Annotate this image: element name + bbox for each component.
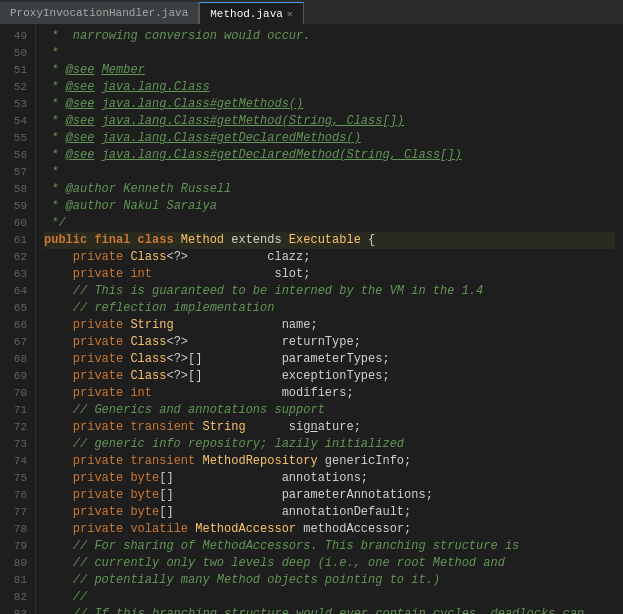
code-line: // This is guaranteed to be interned by … (44, 283, 615, 300)
code-line: */ (44, 215, 615, 232)
code-line: * @see java.lang.Class#getMethods() (44, 96, 615, 113)
code-line: private byte[] annotations; (44, 470, 615, 487)
code-line: // potentially many Method objects point… (44, 572, 615, 589)
code-editor: 49 50 51 52 53 54 55 56 57 58 59 60 61 6… (0, 24, 623, 614)
code-line: // For sharing of MethodAccessors. This … (44, 538, 615, 555)
code-line: * (44, 45, 615, 62)
code-line: private byte[] annotationDefault; (44, 504, 615, 521)
code-line: // reflection implementation (44, 300, 615, 317)
code-line: * (44, 164, 615, 181)
code-line: // generic info repository; lazily initi… (44, 436, 615, 453)
code-line: private Class<?>[] exceptionTypes; (44, 368, 615, 385)
code-line: private Class<?> clazz; (44, 249, 615, 266)
code-line: private int modifiers; (44, 385, 615, 402)
code-line: * @see java.lang.Class#getDeclaredMethod… (44, 130, 615, 147)
code-line: // currently only two levels deep (i.e.,… (44, 555, 615, 572)
tab-bar: ProxyInvocationHandler.java Method.java … (0, 0, 623, 24)
code-line: private transient MethodRepository gener… (44, 453, 615, 470)
code-line: * @see java.lang.Class#getDeclaredMethod… (44, 147, 615, 164)
tab-method-close[interactable]: ✕ (287, 8, 293, 20)
code-line: private byte[] parameterAnnotations; (44, 487, 615, 504)
code-line: * @author Nakul Saraiya (44, 198, 615, 215)
code-line: // Generics and annotations support (44, 402, 615, 419)
code-line: private Class<?> returnType; (44, 334, 615, 351)
code-line: * @author Kenneth Russell (44, 181, 615, 198)
code-line: * narrowing conversion would occur. (44, 28, 615, 45)
code-line-highlight: public final class Method extends Execut… (44, 232, 615, 249)
code-line: // (44, 589, 615, 606)
code-line: private transient String signature; (44, 419, 615, 436)
code-line: // If this branching structure would eve… (44, 606, 615, 614)
code-line: * @see Member (44, 62, 615, 79)
editor-container: ProxyInvocationHandler.java Method.java … (0, 0, 623, 614)
code-line: private volatile MethodAccessor methodAc… (44, 521, 615, 538)
tab-method[interactable]: Method.java ✕ (199, 2, 304, 24)
code-line: private String name; (44, 317, 615, 334)
code-lines: * narrowing conversion would occur. * * … (36, 24, 623, 614)
tab-method-label: Method.java (210, 8, 283, 20)
tab-proxy[interactable]: ProxyInvocationHandler.java (0, 2, 199, 24)
line-numbers: 49 50 51 52 53 54 55 56 57 58 59 60 61 6… (0, 24, 36, 614)
code-line: private Class<?>[] parameterTypes; (44, 351, 615, 368)
code-line: * @see java.lang.Class#getMethod(String,… (44, 113, 615, 130)
code-line: private int slot; (44, 266, 615, 283)
tab-proxy-label: ProxyInvocationHandler.java (10, 7, 188, 19)
code-line: * @see java.lang.Class (44, 79, 615, 96)
